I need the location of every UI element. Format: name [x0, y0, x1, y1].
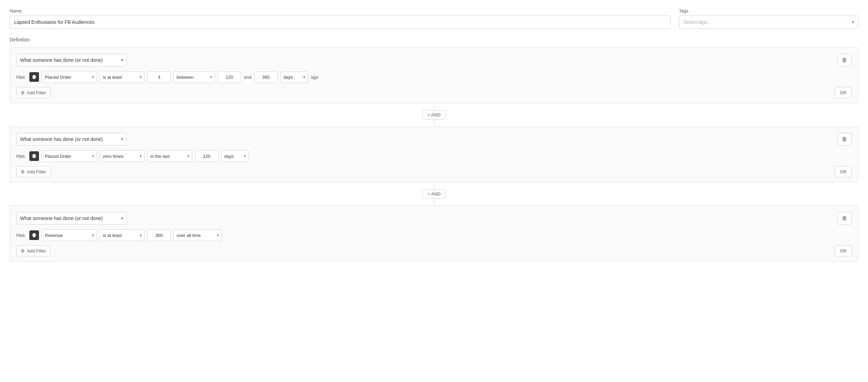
- time-operator-select-wrapper-1: between: [174, 71, 215, 83]
- and-line-bottom-1: [434, 120, 434, 124]
- add-filter-button-3[interactable]: ⚙ Add Filter: [16, 245, 51, 256]
- and-line-top-1: [434, 105, 434, 110]
- operator-select-wrapper-2: zero times: [100, 150, 145, 162]
- bottom-row-1: ⚙ Add Filter OR: [16, 87, 852, 98]
- delete-condition-2-button[interactable]: 🗑: [837, 133, 852, 145]
- operator-select-wrapper-3: is at least: [100, 229, 145, 241]
- value-input-1[interactable]: [147, 71, 171, 83]
- delete-condition-1-button[interactable]: 🗑: [837, 54, 852, 66]
- time-operator-select-2[interactable]: in the last: [147, 150, 192, 162]
- add-filter-label-3: Add Filter: [27, 248, 46, 254]
- condition-row-2: Has Placed Order zero times in the last: [16, 150, 852, 162]
- and-connector-1: + AND: [10, 103, 858, 126]
- tags-select[interactable]: Select tags...: [679, 16, 858, 29]
- and-line-bottom-2: [434, 199, 434, 203]
- bottom-row-2: ⚙ Add Filter OR: [16, 166, 852, 177]
- tags-select-wrapper: Select tags...: [679, 16, 858, 29]
- operator-select-1[interactable]: is at least: [100, 71, 145, 83]
- condition-type-select-wrapper-2: What someone has done (or not done): [16, 133, 127, 145]
- metric-icon-2: [29, 151, 39, 161]
- and-line-top-2: [434, 184, 434, 189]
- filter-icon-1: ⚙: [21, 90, 25, 95]
- condition-type-select-3[interactable]: What someone has done (or not done): [16, 212, 127, 225]
- has-label-3: Has: [16, 232, 27, 238]
- add-filter-button-1[interactable]: ⚙ Add Filter: [16, 87, 51, 98]
- condition-row-3: Has Revenue is at least over all time: [16, 229, 852, 241]
- and-connector-2: + AND: [10, 182, 858, 206]
- condition-row-1: Has Placed Order is at least between: [16, 71, 852, 83]
- time-value1-input-1[interactable]: [218, 71, 241, 83]
- name-field-group: Name: [10, 8, 671, 29]
- metric-select-wrapper-2: Placed Order: [42, 150, 97, 162]
- add-filter-label-1: Add Filter: [27, 90, 46, 95]
- delete-condition-3-button[interactable]: 🗑: [837, 212, 852, 225]
- operator-select-3[interactable]: is at least: [100, 229, 145, 241]
- metric-select-wrapper-3: Revenue: [42, 229, 97, 241]
- metric-select-3[interactable]: Revenue: [42, 229, 97, 241]
- filter-icon-2: ⚙: [21, 169, 25, 174]
- ago-text-1: ago: [311, 75, 318, 80]
- bottom-row-3: ⚙ Add Filter OR: [16, 245, 852, 256]
- or-button-1[interactable]: OR: [835, 87, 852, 98]
- condition-type-select-wrapper-1: What someone has done (or not done): [16, 54, 127, 66]
- time-unit-select-1[interactable]: days: [280, 71, 308, 83]
- definition-label: Definition: [10, 37, 858, 42]
- time-value1-input-2[interactable]: [195, 150, 218, 162]
- has-label-1: Has: [16, 74, 27, 80]
- metric-select-wrapper-1: Placed Order: [42, 71, 97, 83]
- operator-select-wrapper-1: is at least: [100, 71, 145, 83]
- or-button-2[interactable]: OR: [835, 166, 852, 177]
- time-operator-select-3[interactable]: over all time: [174, 229, 222, 241]
- metric-select-1[interactable]: Placed Order: [42, 71, 97, 83]
- metric-icon-1: [29, 72, 39, 82]
- condition-block-3: What someone has done (or not done) 🗑 Ha…: [10, 206, 858, 261]
- time-value2-input-1[interactable]: [254, 71, 278, 83]
- time-unit-select-wrapper-2: days: [221, 150, 249, 162]
- condition-type-select-wrapper-3: What someone has done (or not done): [16, 212, 127, 225]
- and-button-2[interactable]: + AND: [422, 189, 446, 199]
- add-filter-label-2: Add Filter: [27, 169, 46, 174]
- time-operator-select-wrapper-3: over all time: [174, 229, 222, 241]
- value-input-3[interactable]: [147, 229, 171, 241]
- condition-block-1: What someone has done (or not done) 🗑 Ha…: [10, 47, 858, 103]
- time-operator-select-wrapper-2: in the last: [147, 150, 192, 162]
- name-input[interactable]: [10, 16, 671, 29]
- condition-type-row-2: What someone has done (or not done) 🗑: [16, 133, 852, 145]
- time-unit-select-2[interactable]: days: [221, 150, 249, 162]
- condition-type-row-1: What someone has done (or not done) 🗑: [16, 54, 852, 66]
- and-button-1[interactable]: + AND: [422, 110, 446, 120]
- condition-type-row-3: What someone has done (or not done) 🗑: [16, 212, 852, 225]
- condition-type-select-2[interactable]: What someone has done (or not done): [16, 133, 127, 145]
- tags-field-group: Tags Select tags...: [679, 8, 858, 29]
- condition-block-2: What someone has done (or not done) 🗑 Ha…: [10, 126, 858, 182]
- filter-icon-3: ⚙: [21, 248, 25, 254]
- metric-select-2[interactable]: Placed Order: [42, 150, 97, 162]
- has-label-2: Has: [16, 153, 27, 159]
- time-unit-select-wrapper-1: days: [280, 71, 308, 83]
- tags-label: Tags: [679, 8, 858, 13]
- metric-icon-3: [29, 230, 39, 240]
- time-operator-select-1[interactable]: between: [174, 71, 215, 83]
- add-filter-button-2[interactable]: ⚙ Add Filter: [16, 166, 51, 177]
- and-text-1: and: [244, 75, 251, 80]
- name-label: Name: [10, 8, 671, 13]
- condition-type-select-1[interactable]: What someone has done (or not done): [16, 54, 127, 66]
- or-button-3[interactable]: OR: [835, 245, 852, 256]
- operator-select-2[interactable]: zero times: [100, 150, 145, 162]
